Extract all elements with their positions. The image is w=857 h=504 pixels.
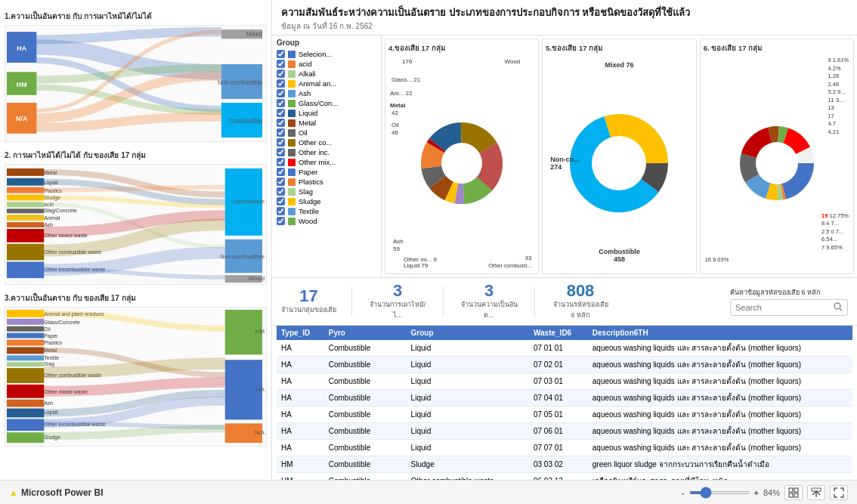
group-item-17[interactable]: Wood [277,217,376,225]
group-checkbox-13[interactable] [277,178,285,186]
table-body: HACombustibleLiquid07 01 01aqueous washi… [277,340,852,480]
group-checkbox-7[interactable] [277,119,285,127]
search-icon [834,302,843,313]
group-item-7[interactable]: Metal [277,119,376,127]
col-waste-id6: Waste_ID6 [529,326,588,340]
group-item-10[interactable]: Other inc. [277,148,376,156]
svg-rect-60 [7,400,44,407]
table-row[interactable]: HACombustibleLiquid07 06 01aqueous washi… [277,423,852,440]
zoom-level: 84% [763,488,780,497]
group-item-12[interactable]: Paper [277,168,376,176]
rp-header: ความสัมพันธ์ระหว่างความเป็นอันตราย ประเภ… [272,0,857,36]
table-cell-0-3: 07 01 01 [529,340,588,357]
fit-page-icon[interactable] [784,485,803,500]
table-cell-5-3: 07 06 01 [529,423,588,440]
group-item-16[interactable]: Textile [277,207,376,215]
group-item-13[interactable]: Plastics [277,178,376,186]
group-checkbox-5[interactable] [277,99,285,107]
col-type-id: Type_ID [277,326,324,340]
group-item-3[interactable]: Animal an... [277,79,376,88]
search-label: ค้นหาข้อมูลรหัสของเสีย 6 หลัก [730,287,848,298]
group-item-9[interactable]: Other co... [277,138,376,147]
share-icon[interactable] [807,485,825,500]
group-checkbox-0[interactable] [277,50,285,58]
chart-5-donut[interactable]: Mixed 76 Non-co...274 Combustible 458 [546,55,692,271]
group-color-4 [288,90,295,97]
svg-text:Non-combustible: Non-combustible [218,79,263,85]
group-color-0 [288,51,295,58]
svg-rect-62 [7,409,44,418]
zoom-minus[interactable]: - [682,488,685,497]
sankey-chart-2[interactable]: Metal Liquid Plastics Sludge acid Slag/C… [5,164,267,285]
group-color-6 [288,110,295,117]
group-item-8[interactable]: Oil [277,128,376,137]
svg-text:Oil: Oil [44,326,51,332]
bottom-left: ▲ Microsoft Power BI [9,487,104,498]
data-table-container: Type_ID Pyro Group Waste_ID6 Description… [272,326,857,480]
sankey-chart-1[interactable]: HA HM N/A Mixed Non-combustible Combusti… [5,25,267,142]
zoom-slider[interactable] [689,491,750,494]
group-checkbox-2[interactable] [277,70,285,78]
svg-rect-22 [7,209,44,213]
search-input[interactable] [735,303,834,312]
chart-6-donut[interactable]: 9 1.61% 4.2% 1.28 2.46 5.2 9... 11 3... … [704,55,850,271]
table-row[interactable]: HACombustibleLiquid07 04 01aqueous washi… [277,390,852,407]
table-cell-4-4: aqueous washing liquids และ สารละลายตั้ง… [588,407,852,423]
sankey-chart-3[interactable]: Animal and plant residues Glass/Concrete… [5,307,267,447]
group-color-7 [288,119,295,127]
table-cell-4-1: Combustible [324,407,407,423]
group-item-6[interactable]: Liquid [277,109,376,117]
zoom-plus[interactable]: + [754,488,759,497]
table-row[interactable]: HACombustibleLiquid07 01 01aqueous washi… [277,340,852,357]
group-checkbox-3[interactable] [277,79,285,88]
group-item-4[interactable]: Ash [277,89,376,97]
group-label-11: Other mix... [299,158,336,166]
group-item-14[interactable]: Slag [277,187,376,196]
page-title: ความสัมพันธ์ระหว่างความเป็นอันตราย ประเภ… [281,5,848,20]
group-checkbox-14[interactable] [277,187,285,196]
table-row[interactable]: HACombustibleLiquid07 02 01aqueous washi… [277,357,852,373]
group-checkbox-16[interactable] [277,207,285,215]
bottom-bar: ▲ Microsoft Power BI - + 84% [0,480,857,504]
group-checkbox-11[interactable] [277,158,285,166]
group-item-5[interactable]: Glass/Con... [277,99,376,107]
group-color-1 [288,60,295,68]
group-item-11[interactable]: Other mix... [277,158,376,166]
table-row[interactable]: HACombustibleLiquid07 03 01aqueous washi… [277,373,852,390]
group-checkbox-15[interactable] [277,197,285,206]
group-checkbox-17[interactable] [277,217,285,225]
svg-rect-46 [7,333,44,339]
svg-text:Plastics: Plastics [44,340,62,345]
table-row[interactable]: HMCombustibleSludge03 03 02green liquor … [277,456,852,473]
subtitle: ข้อมูล ณ วันที่ 16 ก.พ. 2562 [281,20,848,32]
stat-1-num: 17 [281,288,336,305]
group-checkbox-1[interactable] [277,60,285,68]
group-checkbox-8[interactable] [277,128,285,137]
group-label-7: Metal [299,119,316,127]
stat-4: 808 จำนวนรหัสของเสีย 6 หลัก [550,283,611,320]
table-row[interactable]: HACombustibleLiquid07 05 01aqueous washi… [277,407,852,423]
table-row[interactable]: HMCombustibleOther combustible waste06 0… [277,473,852,481]
group-checkbox-12[interactable] [277,168,285,176]
fullscreen-icon[interactable] [830,485,848,500]
chart-4-donut[interactable]: Wood 176 Glass... 21 Ani... 22 Metal 42 … [388,55,535,271]
table-cell-3-4: aqueous washing liquids และ สารละลายตั้ง… [588,390,852,407]
group-checkbox-9[interactable] [277,138,285,147]
group-checkbox-6[interactable] [277,109,285,117]
table-row[interactable]: HACombustibleLiquid07 07 01aqueous washi… [277,440,852,456]
table-cell-8-4: เกลืออนินทรีย์และสารละลายที่มีโลหะหนัก [588,473,852,481]
group-checkbox-4[interactable] [277,89,285,97]
right-panel: ความสัมพันธ์ระหว่างความเป็นอันตราย ประเภ… [272,0,857,480]
table-cell-6-2: Liquid [407,440,529,456]
table-cell-6-3: 07 07 01 [529,440,588,456]
group-item-0[interactable]: Selecion... [277,50,376,58]
group-item-15[interactable]: Sludge [277,197,376,206]
group-item-1[interactable]: acid [277,60,376,68]
group-color-11 [288,159,295,166]
svg-text:Paper: Paper [44,333,58,339]
search-box[interactable] [730,299,848,316]
chart-5-title: 5.ของเสีย 17 กลุ่ม [546,42,692,54]
group-checkbox-10[interactable] [277,148,285,156]
table-cell-1-1: Combustible [324,357,407,373]
group-item-2[interactable]: Alkali [277,70,376,78]
